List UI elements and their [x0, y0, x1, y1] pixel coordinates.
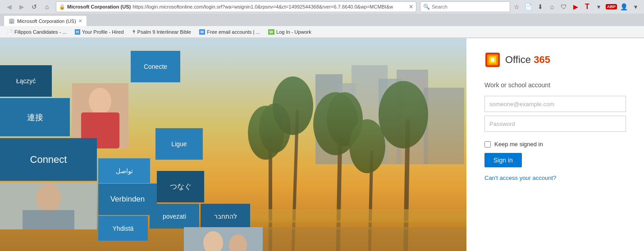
forward-button[interactable]: ▶	[16, 1, 27, 12]
search-input[interactable]	[432, 4, 507, 9]
bookmark-upwork-icon: W	[268, 29, 275, 35]
password-input[interactable]	[484, 116, 626, 132]
bookmark-psalm[interactable]: ✝ Psalm 9 Interlinear Bible	[128, 28, 195, 36]
overflow-icon[interactable]: ▾	[630, 2, 640, 12]
abp-badge[interactable]: ABP	[606, 4, 617, 9]
nav-buttons: ◀ ▶ ↺ ⌂	[4, 1, 52, 12]
bookmarks-bar: 📄 Filippos Candidates - ... H Your Profi…	[0, 26, 644, 38]
svg-rect-28	[184, 227, 263, 251]
active-tab[interactable]: 🏢 Microsoft Corporation (US) ✕	[4, 15, 87, 26]
bookmark-mozy-icon: M	[199, 29, 206, 35]
sign-in-button[interactable]: Sign in	[484, 153, 522, 167]
tile-lehitchaber: להתחבר	[201, 204, 250, 229]
svg-point-11	[273, 76, 313, 135]
bookmark-hired[interactable]: H Your Profile - Hired	[71, 28, 128, 36]
browser-chrome: ◀ ▶ ↺ ⌂ 🔒 Microsoft Corporation (US) htt…	[0, 0, 644, 38]
svg-point-16	[349, 119, 385, 173]
toolbar-right: 🔍 ☆ 📄 ⬇ ⌂ 🛡 ▶ T ▾ ABP 👤 ▾	[420, 1, 640, 12]
bookmark-psalm-icon: ✝	[132, 29, 136, 34]
tab-close-icon[interactable]: ✕	[78, 18, 82, 23]
svg-rect-6	[424, 88, 464, 164]
home-button[interactable]: ⌂	[41, 1, 52, 12]
tab-bar: 🏢 Microsoft Corporation (US) ✕	[0, 13, 644, 26]
tab-title: Microsoft Corporation (US)	[17, 18, 76, 24]
lock-icon: 🔒	[59, 4, 65, 10]
tile-connect: Connect	[0, 138, 97, 181]
bookmark-hired-label: Your Profile - Hired	[82, 29, 124, 35]
bookmark-psalm-label: Psalm 9 Interlinear Bible	[137, 29, 191, 35]
tile-tawassal: تواصل	[98, 158, 150, 183]
svg-rect-27	[23, 210, 74, 229]
tile-tsunagu: つなぐ	[157, 171, 204, 202]
bookmark-filippos-icon: 📄	[7, 29, 13, 34]
tile-laczyc: Łączyć	[0, 65, 52, 97]
tile-photo-middle	[0, 182, 97, 229]
search-icon: 🔍	[423, 4, 430, 10]
keep-signed-checkbox[interactable]	[484, 141, 491, 148]
search-bar[interactable]: 🔍	[420, 1, 510, 12]
svg-point-23	[89, 88, 111, 115]
reader-icon[interactable]: 📄	[524, 2, 534, 12]
home-toolbar-icon[interactable]: ⌂	[547, 2, 557, 12]
email-input[interactable]	[484, 96, 626, 112]
shield-icon[interactable]: 🛡	[559, 2, 569, 12]
office-logo: Office 365	[484, 52, 626, 68]
svg-point-18	[379, 81, 428, 148]
download-icon[interactable]: ⬇	[535, 2, 545, 12]
login-panel: Office 365 Work or school account Keep m…	[466, 38, 644, 251]
tile-yhdista: Yhdistä	[98, 216, 148, 241]
hero-panel: Łączyć Conecte 連接 Ligue	[0, 38, 466, 251]
svg-point-26	[36, 184, 61, 212]
tile-renluo: 連接	[0, 98, 70, 136]
office365-logo-text: Office 365	[505, 54, 550, 66]
office365-logo-icon	[484, 52, 501, 68]
star-icon[interactable]: ☆	[512, 2, 522, 12]
bookmark-mozy-label: Free email accounts | ...	[207, 29, 260, 35]
t-icon[interactable]: T	[582, 2, 592, 12]
bookmark-filippos[interactable]: 📄 Filippos Candidates - ...	[4, 28, 70, 36]
bookmark-upwork-label: Log In - Upwork	[276, 29, 311, 35]
menu-icon[interactable]: ▾	[594, 2, 604, 12]
tile-conecte: Conecte	[131, 51, 180, 82]
page-content: Łączyć Conecte 連接 Ligue	[0, 38, 644, 251]
refresh-button[interactable]: ↺	[29, 1, 40, 12]
bookmark-filippos-label: Filippos Candidates - ...	[14, 29, 67, 35]
tile-photo-bottom	[184, 227, 263, 251]
site-name: Microsoft Corporation (US)	[67, 4, 131, 9]
cant-access-link[interactable]: Can't access your account?	[484, 175, 626, 181]
tile-ligue: Ligue	[155, 128, 203, 160]
svg-rect-36	[491, 58, 494, 62]
tab-favicon: 🏢	[9, 18, 15, 24]
keep-signed-container: Keep me signed in	[484, 141, 626, 148]
youtube-icon[interactable]: ▶	[571, 2, 580, 12]
account-label: Work or school account	[484, 81, 626, 89]
titlebar: ◀ ▶ ↺ ⌂ 🔒 Microsoft Corporation (US) htt…	[0, 0, 644, 13]
tile-verbinden: Verbinden	[98, 184, 157, 215]
bookmark-mozy[interactable]: M Free email accounts | ...	[196, 28, 264, 36]
keep-signed-label: Keep me signed in	[494, 141, 543, 148]
url-text: https://login.microsoftonline.com/login.…	[132, 4, 407, 9]
profile-icon[interactable]: 👤	[619, 2, 629, 12]
bookmark-hired-icon: H	[75, 29, 81, 35]
tile-povezati: povezati	[150, 204, 199, 229]
back-button[interactable]: ◀	[4, 1, 14, 12]
bookmark-upwork[interactable]: W Log In - Upwork	[265, 28, 315, 36]
url-close-icon[interactable]: ✕	[409, 4, 413, 10]
address-bar[interactable]: 🔒 Microsoft Corporation (US) https://log…	[56, 1, 416, 12]
tiles-overlay: Łączyć Conecte 連接 Ligue	[0, 38, 212, 251]
